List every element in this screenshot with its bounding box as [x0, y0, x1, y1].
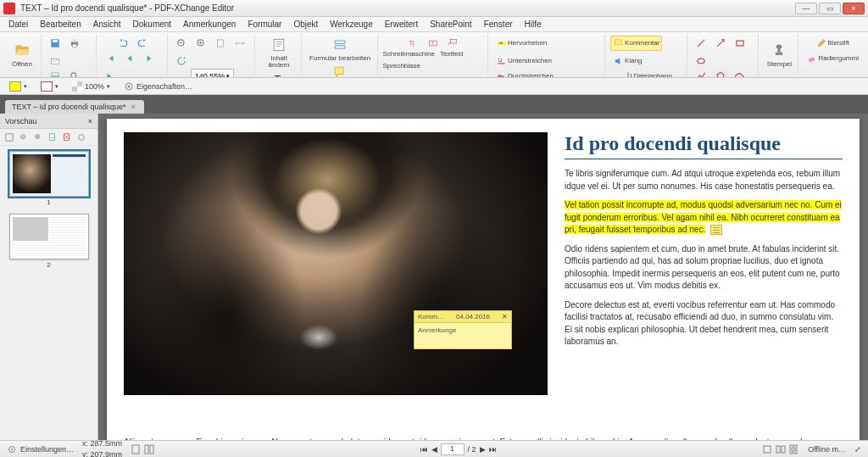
menu-erweitert[interactable]: Erweitert — [380, 18, 423, 31]
expand-icon[interactable]: ⤢ — [854, 445, 861, 454]
comment-icon[interactable] — [710, 225, 722, 235]
rotate-button[interactable] — [173, 53, 190, 69]
attachment-button[interactable]: Dateianhang — [620, 69, 675, 78]
thumbnail-page-2[interactable]: 2 — [9, 214, 89, 259]
nav-first-button[interactable] — [102, 51, 119, 66]
zoom-in-button[interactable] — [192, 36, 209, 51]
print-button[interactable] — [66, 36, 83, 51]
thumb-zoom-in-icon[interactable] — [32, 131, 44, 143]
menu-datei[interactable]: Datei — [3, 18, 33, 31]
undo-button[interactable] — [114, 36, 131, 51]
properties-button[interactable]: Eigenschaften… — [120, 80, 197, 93]
document-tab[interactable]: TEXT – Id pro docendi qualisque* × — [5, 100, 144, 114]
cloud-tool-button[interactable] — [732, 69, 748, 78]
menu-objekt[interactable]: Objekt — [288, 18, 323, 31]
fit-page-button[interactable] — [212, 36, 229, 51]
page-navigator[interactable]: ⏮ ◀ 1 / 2 ▶ ⏭ — [420, 443, 497, 455]
redo-button[interactable] — [134, 36, 151, 51]
comment-button[interactable]: Kommentar — [610, 36, 662, 51]
zoom-out-button[interactable] — [173, 36, 190, 51]
polygon-tool-button[interactable] — [712, 69, 729, 78]
window-maximize-button[interactable]: ▭ — [819, 3, 841, 14]
strikeout-button[interactable]: SDurchstreichen — [493, 69, 556, 78]
callout-button[interactable] — [444, 36, 461, 51]
thumb-props-icon[interactable] — [75, 131, 87, 143]
line-tool-button[interactable] — [693, 36, 709, 51]
menu-werkzeuge[interactable]: Werkzeuge — [325, 18, 377, 31]
page-prev-icon[interactable]: ◀ — [431, 445, 437, 454]
thumb-delete-icon[interactable] — [61, 131, 73, 143]
text-tool-button[interactable]: TText — [264, 70, 294, 78]
svg-text:U: U — [498, 58, 502, 63]
workspace: Vorschau × + 1 2 — [0, 114, 868, 440]
thumbnail-page-1[interactable]: 1 — [9, 151, 89, 197]
menu-bar: Datei Bearbeiten Ansicht Dokument Anmerk… — [0, 17, 868, 32]
menu-dokument[interactable]: Dokument — [128, 18, 177, 31]
rect-tool-button[interactable] — [732, 36, 748, 51]
page-next-icon[interactable]: ▶ — [480, 445, 486, 454]
stroke-color-picker[interactable]: ▾ — [36, 80, 63, 93]
scan-button[interactable] — [47, 69, 64, 78]
sticky-note-body[interactable]: Anmerkunge — [415, 323, 511, 348]
thumbnail-toolbar: + — [0, 129, 97, 146]
article-title: Id pro docendi qualisque — [565, 132, 843, 159]
fit-width-button[interactable] — [231, 36, 248, 51]
window-close-button[interactable]: × — [843, 3, 865, 14]
window-title: TEXT – Id pro docendi qualisque* - PDF-X… — [20, 3, 795, 13]
nav-last-button[interactable] — [102, 69, 119, 78]
textbox-button[interactable]: T — [425, 36, 442, 51]
thumb-zoom-out-icon[interactable] — [18, 131, 30, 143]
zoom-level-input[interactable]: 140.55%▾ — [191, 69, 235, 78]
thumb-add-icon[interactable]: + — [47, 131, 58, 143]
typewriter-button[interactable]: T| — [405, 36, 422, 51]
menu-sharepoint[interactable]: SharePoint — [425, 18, 476, 31]
edit-content-button[interactable]: Inhalt ändern — [260, 36, 297, 70]
page-last-icon[interactable]: ⏭ — [489, 445, 497, 454]
edit-form-button[interactable]: Formular bearbeiten — [307, 36, 373, 63]
tab-close-icon[interactable]: × — [131, 103, 135, 111]
open-button[interactable]: Öffnen — [7, 36, 37, 74]
sticky-note-popup[interactable]: Komm…04.04.2016✕ Anmerkunge — [414, 310, 512, 349]
view-mode-icons[interactable] — [762, 444, 799, 454]
opacity-select[interactable]: 100%▾ — [68, 80, 114, 93]
highlight-button[interactable]: abHervorheben — [493, 36, 549, 51]
pencil-button[interactable]: Bleistift — [813, 36, 852, 51]
article-paragraph: Odio ridens sapientem et cum, duo in ame… — [565, 243, 843, 293]
note-close-icon[interactable]: ✕ — [502, 313, 508, 320]
thumbnail-panel: Vorschau × + 1 2 — [0, 114, 98, 440]
email-button[interactable] — [47, 53, 64, 69]
eraser-button[interactable]: Radiergummi — [804, 51, 861, 66]
settings-button[interactable]: Einstellungen… — [7, 444, 74, 454]
edit-annotations-button[interactable]: Anmerkungen bearbeiten — [307, 63, 374, 78]
arrow-tool-button[interactable] — [712, 36, 729, 51]
oval-tool-button[interactable] — [693, 53, 709, 69]
menu-hilfe[interactable]: Hilfe — [520, 18, 547, 31]
page-number-input[interactable]: 1 — [441, 443, 465, 455]
highlight-annotation[interactable]: Vel tation possit incorrupte ad, modus q… — [565, 200, 842, 234]
nav-next-button[interactable] — [141, 51, 158, 66]
menu-anmerkungen[interactable]: Anmerkungen — [178, 18, 241, 31]
search-button[interactable] — [66, 69, 83, 78]
article-photo: Komm…04.04.2016✕ Anmerkunge — [124, 132, 548, 395]
menu-ansicht[interactable]: Ansicht — [88, 18, 126, 31]
save-button[interactable] — [47, 36, 64, 51]
menu-formular[interactable]: Formular — [242, 18, 287, 31]
thumb-options-icon[interactable] — [3, 131, 15, 143]
window-minimize-button[interactable]: — — [795, 3, 817, 14]
document-canvas[interactable]: Komm…04.04.2016✕ Anmerkunge Id pro docen… — [98, 114, 868, 440]
thumbnail-list[interactable]: 1 2 — [0, 146, 97, 440]
underline-button[interactable]: UUnterstreichen — [493, 53, 554, 69]
menu-fenster[interactable]: Fenster — [479, 18, 518, 31]
layout-toggle-icons[interactable] — [131, 444, 154, 454]
window-titlebar: TEXT – Id pro docendi qualisque* - PDF-X… — [0, 0, 868, 17]
document-page: Komm…04.04.2016✕ Anmerkunge Id pro docen… — [107, 119, 860, 440]
polyline-tool-button[interactable] — [693, 69, 709, 78]
stamp-button[interactable]: Stempel — [764, 36, 794, 74]
panel-close-icon[interactable]: × — [88, 117, 92, 125]
svg-point-8 — [71, 73, 76, 78]
page-first-icon[interactable]: ⏮ — [420, 445, 428, 454]
fill-color-picker[interactable]: ▾ — [5, 80, 31, 93]
nav-prev-button[interactable] — [121, 51, 138, 66]
menu-bearbeiten[interactable]: Bearbeiten — [35, 18, 86, 31]
sound-button[interactable]: Klang — [610, 53, 644, 69]
